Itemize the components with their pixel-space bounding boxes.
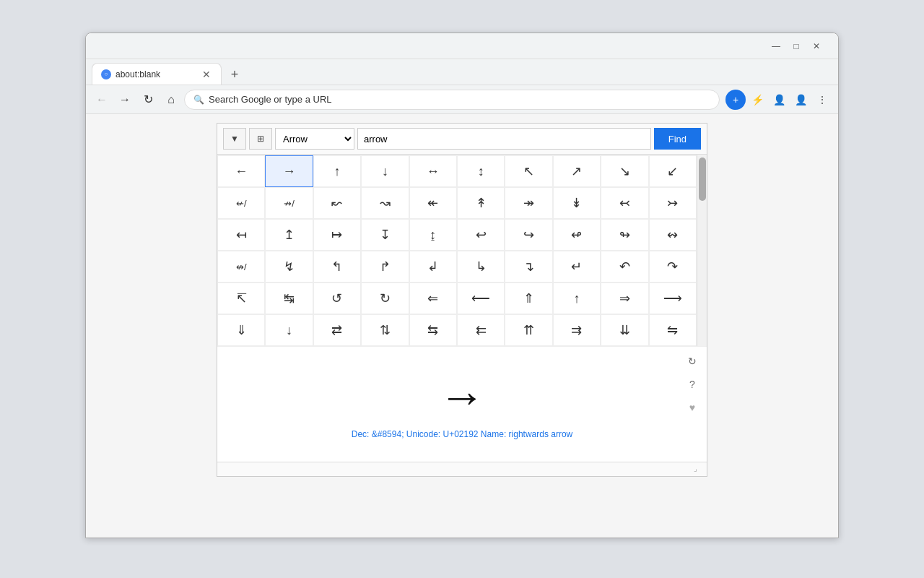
char-cell[interactable]: ↦: [313, 219, 361, 251]
char-cell[interactable]: ↓: [361, 155, 409, 187]
char-cell[interactable]: ↬: [601, 219, 648, 251]
char-cell[interactable]: ↯: [265, 251, 313, 282]
char-cell[interactable]: ⇊: [601, 314, 648, 346]
char-cell[interactable]: ↴: [505, 251, 552, 282]
char-cell[interactable]: ⇋: [649, 314, 697, 346]
char-cell[interactable]: ↙: [649, 155, 697, 187]
char-cell[interactable]: ↠: [505, 187, 552, 219]
address-bar[interactable]: 🔍 Search Google or type a URL: [184, 90, 720, 110]
char-grid: ← → ↑ ↓ ↔ ↕ ↖ ↗ ↘ ↙ ↚/ ↛/ ↜ ↝: [217, 155, 697, 346]
tab-title: about:blank: [116, 69, 160, 79]
char-cell[interactable]: ↕: [457, 155, 505, 187]
char-cell[interactable]: ↓: [265, 314, 313, 346]
char-cell[interactable]: ↧: [361, 219, 409, 251]
minimize-button[interactable]: —: [766, 36, 786, 56]
char-cell[interactable]: ↛/: [265, 187, 313, 219]
help-icon-button[interactable]: ?: [684, 376, 701, 393]
char-cell[interactable]: ↔: [409, 155, 457, 187]
char-cell[interactable]: ↑: [313, 155, 361, 187]
new-tab-button[interactable]: +: [225, 64, 245, 85]
char-cell[interactable]: ↨: [409, 219, 457, 251]
char-cell[interactable]: ⇅: [361, 314, 409, 346]
back-button[interactable]: ←: [92, 90, 112, 110]
char-cell[interactable]: ⇓: [217, 314, 265, 346]
extensions-button[interactable]: +: [725, 90, 746, 110]
char-cell[interactable]: ↸: [217, 282, 265, 314]
profile-button[interactable]: 👤: [790, 90, 811, 110]
home-button[interactable]: ⌂: [161, 90, 181, 110]
charmap-toolbar: ▼ ⊞ Arrow Currency Math Punctuation All …: [217, 124, 707, 155]
grid-view-button[interactable]: ⊞: [249, 128, 272, 150]
dropdown-arrow-icon: ▼: [230, 134, 239, 144]
char-cell[interactable]: ↢: [601, 187, 648, 219]
toolbar-actions: + ⚡ 👤 👤 ⋮: [725, 90, 832, 110]
char-cell[interactable]: ↲: [409, 251, 457, 282]
char-cell[interactable]: ↖: [505, 155, 552, 187]
char-cell[interactable]: ↝: [361, 187, 409, 219]
char-cell[interactable]: ⇑: [505, 282, 552, 314]
active-tab[interactable]: ○ about:blank ✕: [92, 63, 222, 85]
address-text: Search Google or type a URL: [209, 94, 332, 105]
char-cell[interactable]: ⇐: [409, 282, 457, 314]
char-cell[interactable]: ↚/: [217, 187, 265, 219]
char-cell[interactable]: ⟶: [649, 282, 697, 314]
char-cell[interactable]: ↷: [649, 251, 697, 282]
char-cell[interactable]: ←: [217, 155, 265, 187]
profile-icon[interactable]: 👤: [769, 90, 789, 110]
search-input[interactable]: [357, 128, 651, 150]
char-cell[interactable]: ↫: [553, 219, 601, 251]
char-cell[interactable]: ↭: [649, 219, 697, 251]
grid-scrollbar[interactable]: [697, 155, 707, 346]
charmap-widget: ▼ ⊞ Arrow Currency Math Punctuation All …: [217, 123, 707, 477]
char-cell[interactable]: ↟: [457, 187, 505, 219]
char-cell[interactable]: ↳: [457, 251, 505, 282]
extensions-puzzle-button[interactable]: ⚡: [747, 90, 767, 110]
char-cell[interactable]: ↥: [265, 219, 313, 251]
char-cell[interactable]: ↱: [361, 251, 409, 282]
char-cell[interactable]: ↗: [553, 155, 601, 187]
char-cell[interactable]: ⇈: [505, 314, 552, 346]
char-cell[interactable]: ↑: [553, 282, 601, 314]
tab-favicon: ○: [101, 69, 111, 79]
menu-button[interactable]: ⋮: [812, 90, 832, 110]
char-cell[interactable]: ⇄: [313, 314, 361, 346]
favorite-icon-button[interactable]: ♥: [684, 399, 701, 416]
char-cell[interactable]: ↹: [265, 282, 313, 314]
char-cell[interactable]: ↪: [505, 219, 552, 251]
maximize-button[interactable]: □: [786, 36, 806, 56]
char-cell[interactable]: ↜: [313, 187, 361, 219]
char-cell[interactable]: ↮/: [217, 251, 265, 282]
char-cell[interactable]: ↣: [649, 187, 697, 219]
char-cell[interactable]: ↺: [313, 282, 361, 314]
char-cell[interactable]: ↡: [553, 187, 601, 219]
char-cell[interactable]: ↩: [457, 219, 505, 251]
char-cell-selected[interactable]: →: [265, 155, 313, 187]
char-cell[interactable]: ⟵: [457, 282, 505, 314]
char-cell[interactable]: ↻: [361, 282, 409, 314]
tab-close-button[interactable]: ✕: [201, 69, 212, 80]
find-button[interactable]: Find: [654, 128, 701, 150]
category-select[interactable]: Arrow Currency Math Punctuation All: [275, 128, 354, 150]
char-cell[interactable]: ⇒: [601, 282, 648, 314]
char-cell[interactable]: ⇇: [457, 314, 505, 346]
char-cell[interactable]: ↞: [409, 187, 457, 219]
refresh-icon-button[interactable]: ↻: [684, 353, 701, 370]
window-controls: — □ ✕: [766, 36, 827, 56]
resize-handle[interactable]: ⌟: [694, 465, 704, 475]
tab-bar: ○ about:blank ✕ +: [86, 59, 838, 85]
char-cell[interactable]: ↶: [601, 251, 648, 282]
char-cell[interactable]: ⇆: [409, 314, 457, 346]
forward-button[interactable]: →: [115, 90, 135, 110]
char-cell[interactable]: ↰: [313, 251, 361, 282]
char-cell[interactable]: ↘: [601, 155, 648, 187]
char-cell[interactable]: ↵: [553, 251, 601, 282]
scrollbar-thumb: [699, 158, 706, 201]
close-button[interactable]: ✕: [806, 36, 827, 56]
content-area: ▼ ⊞ Arrow Currency Math Punctuation All …: [86, 114, 838, 538]
dropdown-button[interactable]: ▼: [223, 128, 246, 150]
reload-button[interactable]: ↻: [138, 90, 158, 110]
char-cell[interactable]: ↤: [217, 219, 265, 251]
char-cell[interactable]: ⇉: [553, 314, 601, 346]
grid-icon: ⊞: [257, 134, 264, 144]
preview-info: Dec: &#8594; Unicode: U+02192 Name: righ…: [352, 429, 573, 439]
